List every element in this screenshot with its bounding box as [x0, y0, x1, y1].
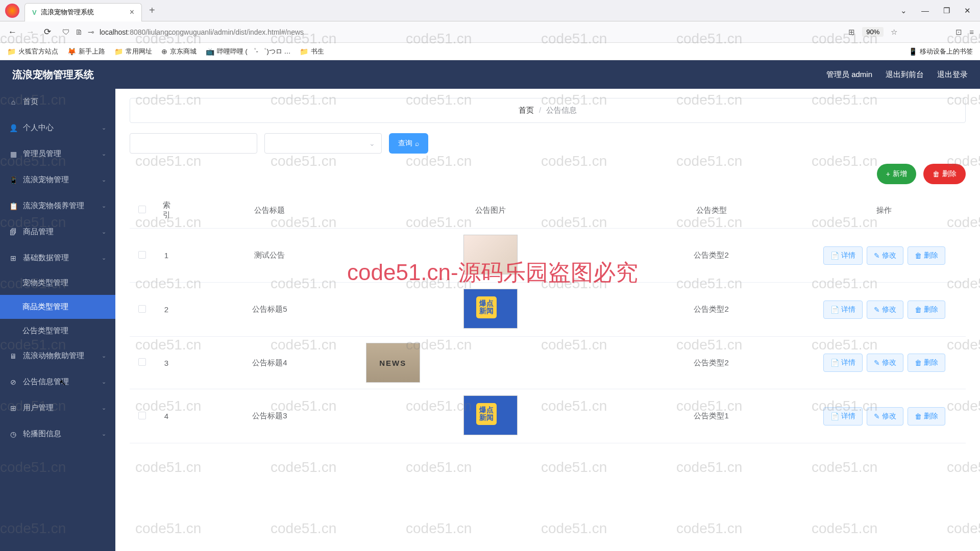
row-checkbox[interactable]	[138, 251, 146, 259]
edit-button[interactable]: ✎ 修改	[867, 300, 903, 319]
detail-button[interactable]: 📄 详情	[823, 354, 863, 372]
row-actions: 📄 详情✎ 修改🗑 删除	[807, 300, 961, 319]
page-info-icon[interactable]: 🗎	[75, 28, 83, 36]
bookmark-item[interactable]: 📁书生	[300, 47, 324, 56]
logout-button[interactable]: 退出登录	[937, 70, 968, 80]
bookmark-label: 常用网址	[126, 47, 152, 56]
minimize-icon[interactable]: —	[921, 6, 929, 15]
bilibili-icon: 📺	[206, 47, 214, 56]
extension-icon[interactable]: ⊡	[955, 28, 962, 37]
zoom-level[interactable]: 90%	[862, 27, 884, 37]
bookmark-star-icon[interactable]: ☆	[891, 28, 897, 37]
plus-icon: +	[886, 170, 890, 178]
url-field[interactable]: 🛡 🗎 ⊸ localhost:8080/liulangcongwuguanli…	[58, 28, 843, 37]
bookmark-item[interactable]: 📁常用网址	[114, 47, 152, 56]
row-delete-button[interactable]: 🗑 删除	[908, 300, 945, 319]
sidebar-item-notice[interactable]: ⊘公告信息管理⌄	[0, 369, 115, 395]
breadcrumb-home[interactable]: 首页	[519, 106, 534, 114]
maximize-icon[interactable]: ❐	[943, 6, 950, 15]
thumbnail[interactable]: NEWS	[366, 343, 420, 383]
close-window-icon[interactable]: ✕	[964, 6, 971, 15]
thumbnail[interactable]	[463, 395, 518, 435]
edit-button[interactable]: ✎ 修改	[867, 407, 903, 425]
app-header-right: 管理员 admin 退出到前台 退出登录	[826, 70, 968, 80]
sidebar-sub-notice-type[interactable]: 公告类型管理	[0, 319, 115, 343]
copy-icon: 🗐	[9, 228, 17, 236]
sidebar-item-label: 轮播图信息	[23, 429, 61, 439]
admin-label[interactable]: 管理员 admin	[826, 70, 872, 80]
checkbox-all[interactable]	[138, 206, 146, 213]
edit-button[interactable]: ✎ 修改	[867, 354, 903, 372]
firefox-icon: 🦊	[67, 47, 76, 56]
col-image: 公告图片	[361, 192, 621, 229]
reload-icon[interactable]: ⟳	[42, 24, 53, 39]
back-icon[interactable]: ←	[6, 25, 19, 39]
sidebar-item-adopt[interactable]: 📋流浪宠物领养管理⌄	[0, 193, 115, 219]
thumbnail[interactable]	[463, 235, 518, 274]
row-actions: 📄 详情✎ 修改🗑 删除	[807, 246, 961, 265]
bookmark-label: 书生	[311, 47, 324, 56]
forward-icon: →	[24, 25, 37, 39]
add-button[interactable]: + 新增	[877, 164, 916, 184]
row-checkbox[interactable]	[138, 412, 146, 419]
sidebar-sub-product-type[interactable]: 商品类型管理	[0, 295, 115, 319]
bookmark-item[interactable]: 📺哔哩哔哩 ( ゜- ゜)つロ …	[206, 47, 290, 56]
list-icon: 📋	[9, 202, 17, 210]
row-delete-button[interactable]: 🗑 删除	[908, 354, 945, 372]
search-select[interactable]: ⌄	[264, 133, 382, 154]
sidebar-sub-pet-type[interactable]: 宠物类型管理	[0, 271, 115, 295]
doc-icon: 📄	[830, 306, 839, 314]
trash-icon: 🗑	[915, 412, 922, 420]
sidebar-item-label: 个人中心	[23, 123, 54, 133]
chevron-down-icon: ⌄	[102, 405, 106, 411]
mobile-icon: 📱	[909, 47, 917, 56]
browser-tab[interactable]: V 流浪宠物管理系统 ×	[24, 3, 142, 21]
sidebar-item-carousel[interactable]: ◷轮播图信息⌄	[0, 421, 115, 447]
delete-button[interactable]: 🗑 删除	[923, 164, 966, 184]
bookmark-item[interactable]: ⊕京东商城	[161, 47, 197, 56]
sidebar-item-basedata[interactable]: ⊞基础数据管理⌄	[0, 245, 115, 271]
mobile-bookmarks[interactable]: 📱移动设备上的书签	[909, 47, 973, 56]
sidebar-item-user[interactable]: ⊞用户管理⌄	[0, 395, 115, 421]
menu-icon[interactable]: ≡	[969, 28, 974, 36]
new-tab-button[interactable]: +	[149, 5, 155, 16]
sidebar-item-product[interactable]: 🗐商品管理⌄	[0, 219, 115, 245]
data-table: 索引 公告标题 公告图片 公告类型 操作 1测试公告公告类型2📄 详情✎ 修改🗑…	[130, 192, 966, 443]
folder-icon: 📁	[7, 47, 16, 56]
row-delete-button[interactable]: 🗑 删除	[908, 407, 945, 425]
row-delete-button[interactable]: 🗑 删除	[908, 246, 945, 265]
thumbnail[interactable]	[463, 289, 518, 329]
row-checkbox[interactable]	[138, 358, 146, 366]
detail-button[interactable]: 📄 详情	[823, 300, 863, 319]
close-icon[interactable]: ×	[130, 8, 134, 17]
tab-dropdown-icon[interactable]: ⌄	[900, 6, 907, 15]
chevron-down-icon: ⌄	[102, 151, 106, 157]
jd-icon: ⊕	[161, 47, 167, 56]
sidebar-sub-label: 公告类型管理	[22, 326, 68, 335]
sidebar-item-profile[interactable]: 👤个人中心⌄	[0, 115, 115, 141]
detail-button[interactable]: 📄 详情	[823, 246, 863, 265]
cell-image	[361, 283, 621, 337]
sidebar-item-stray-pet[interactable]: 📱流浪宠物管理⌄	[0, 167, 115, 193]
bookmark-item[interactable]: 🦊新手上路	[67, 47, 105, 56]
cell-index: 2	[154, 283, 179, 337]
search-row: ⌄ 查询 ⌕	[130, 133, 966, 154]
sidebar-sub-label: 商品类型管理	[22, 302, 68, 311]
col-index: 索引	[154, 192, 179, 229]
sidebar-item-home[interactable]: ⌂首页	[0, 89, 115, 115]
tab-title: 流浪宠物管理系统	[41, 8, 94, 17]
detail-button[interactable]: 📄 详情	[823, 407, 863, 425]
sidebar-item-rescue[interactable]: 🖥流浪动物救助管理⌄	[0, 343, 115, 369]
qr-icon[interactable]: ⊞	[848, 28, 855, 37]
edit-button[interactable]: ✎ 修改	[867, 246, 903, 265]
shield-icon[interactable]: 🛡	[62, 28, 70, 36]
monitor-icon: 🖥	[9, 352, 17, 360]
firefox-logo-icon	[5, 4, 19, 18]
logout-front-button[interactable]: 退出到前台	[886, 70, 924, 80]
row-checkbox[interactable]	[138, 305, 146, 313]
search-button[interactable]: 查询 ⌕	[389, 133, 428, 154]
search-input[interactable]	[130, 133, 257, 154]
sidebar-item-admin[interactable]: ▦管理员管理⌄	[0, 141, 115, 167]
col-checkbox	[130, 192, 154, 229]
bookmark-item[interactable]: 📁火狐官方站点	[7, 47, 58, 56]
